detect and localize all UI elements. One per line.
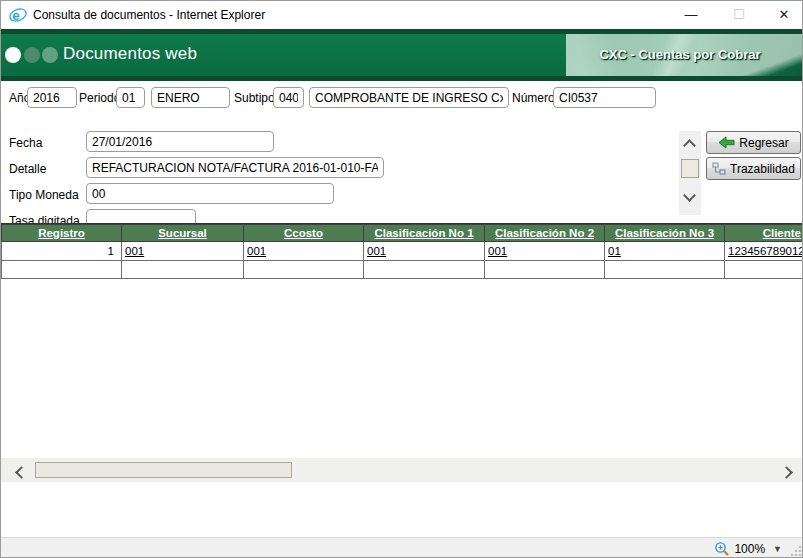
trace-icon bbox=[712, 162, 726, 175]
results-table: Registro Sucursal Ccosto Clasificación N… bbox=[1, 223, 803, 279]
period-name-input[interactable] bbox=[151, 87, 230, 108]
horizontal-scrollbar-thumb[interactable] bbox=[35, 462, 292, 478]
col-clasificacion-3[interactable]: Clasificación No 3 bbox=[605, 225, 725, 242]
tasa-digitada-input[interactable] bbox=[86, 209, 196, 223]
resize-grip[interactable] bbox=[790, 545, 802, 557]
zoom-magnifier-icon[interactable] bbox=[714, 541, 730, 557]
fecha-label: Fecha bbox=[9, 136, 42, 150]
title-bar: e Consulta de documentos - Internet Expl… bbox=[1, 1, 803, 29]
zoom-level[interactable]: 100% bbox=[734, 542, 765, 556]
table-header-row: Registro Sucursal Ccosto Clasificación N… bbox=[2, 225, 803, 242]
year-input[interactable] bbox=[27, 87, 77, 108]
tipo-moneda-input[interactable] bbox=[86, 183, 334, 204]
clasificacion-2-link[interactable]: 001 bbox=[488, 245, 507, 257]
cliente-link[interactable]: 1234567890123 bbox=[728, 245, 803, 257]
period-label: Periodo bbox=[79, 91, 120, 105]
minimize-button[interactable]: — bbox=[674, 1, 708, 29]
dot-icon-green1 bbox=[24, 47, 40, 63]
trazabilidad-label: Trazabilidad bbox=[730, 162, 795, 176]
horizontal-scrollbar[interactable] bbox=[1, 458, 803, 482]
zoom-dropdown-icon[interactable]: ▼ bbox=[773, 544, 782, 554]
col-clasificacion-2[interactable]: Clasificación No 2 bbox=[485, 225, 605, 242]
status-bar: 100% ▼ bbox=[1, 537, 803, 558]
scroll-left-icon[interactable] bbox=[17, 466, 26, 480]
internet-explorer-icon: e bbox=[9, 6, 27, 24]
col-cliente[interactable]: Cliente bbox=[725, 225, 803, 242]
subtype-name-input[interactable] bbox=[309, 87, 509, 108]
tasa-digitada-label: Tasa digitada bbox=[9, 214, 80, 223]
dot-icon-white bbox=[5, 47, 21, 63]
col-registro[interactable]: Registro bbox=[2, 225, 122, 242]
fecha-input[interactable] bbox=[86, 131, 274, 152]
vertical-scrollbar[interactable] bbox=[679, 131, 701, 215]
maximize-button[interactable]: ☐ bbox=[722, 1, 756, 29]
scroll-down-icon[interactable] bbox=[685, 189, 694, 203]
col-ccosto[interactable]: Ccosto bbox=[244, 225, 364, 242]
cell-registro: 1 bbox=[2, 242, 122, 261]
clasificacion-3-link[interactable]: 01 bbox=[608, 245, 621, 257]
clasificacion-1-link[interactable]: 001 bbox=[367, 245, 386, 257]
app-title: Documentos web bbox=[63, 44, 197, 64]
scroll-up-icon[interactable] bbox=[685, 139, 694, 153]
detalle-input[interactable] bbox=[86, 157, 384, 178]
module-title: CXC - Cuentas por Cobrar bbox=[566, 47, 794, 62]
banner-photo: CXC - Cuentas por Cobrar bbox=[566, 34, 803, 76]
tipo-moneda-label: Tipo Moneda bbox=[9, 188, 79, 202]
col-sucursal[interactable]: Sucursal bbox=[122, 225, 244, 242]
window-title: Consulta de documentos - Internet Explor… bbox=[33, 8, 265, 22]
regresar-button[interactable]: Regresar bbox=[706, 131, 801, 154]
subtype-code-input[interactable] bbox=[273, 87, 304, 108]
detalle-label: Detalle bbox=[9, 162, 46, 176]
close-button[interactable]: ✕ bbox=[767, 1, 801, 29]
banner: Documentos web CXC - Cuentas por Cobrar bbox=[1, 34, 803, 76]
col-clasificacion-1[interactable]: Clasificación No 1 bbox=[364, 225, 485, 242]
ccosto-link[interactable]: 001 bbox=[247, 245, 266, 257]
number-label: Número bbox=[512, 91, 555, 105]
table-row-empty bbox=[2, 261, 803, 279]
ie-window: e Consulta de documentos - Internet Expl… bbox=[0, 0, 803, 558]
regresar-label: Regresar bbox=[739, 136, 788, 150]
back-arrow-icon bbox=[718, 136, 735, 149]
sucursal-link[interactable]: 001 bbox=[125, 245, 144, 257]
trazabilidad-button[interactable]: Trazabilidad bbox=[706, 157, 801, 180]
number-input[interactable] bbox=[553, 87, 656, 108]
scroll-right-icon[interactable] bbox=[782, 466, 791, 480]
subtype-label: Subtipo bbox=[234, 91, 275, 105]
vertical-scrollbar-thumb[interactable] bbox=[681, 159, 699, 178]
svg-text:e: e bbox=[12, 8, 20, 23]
period-code-input[interactable] bbox=[116, 87, 145, 108]
dot-icon-green2 bbox=[42, 47, 58, 63]
table-row: 1 001 001 001 001 01 1234567890123 bbox=[2, 242, 803, 261]
